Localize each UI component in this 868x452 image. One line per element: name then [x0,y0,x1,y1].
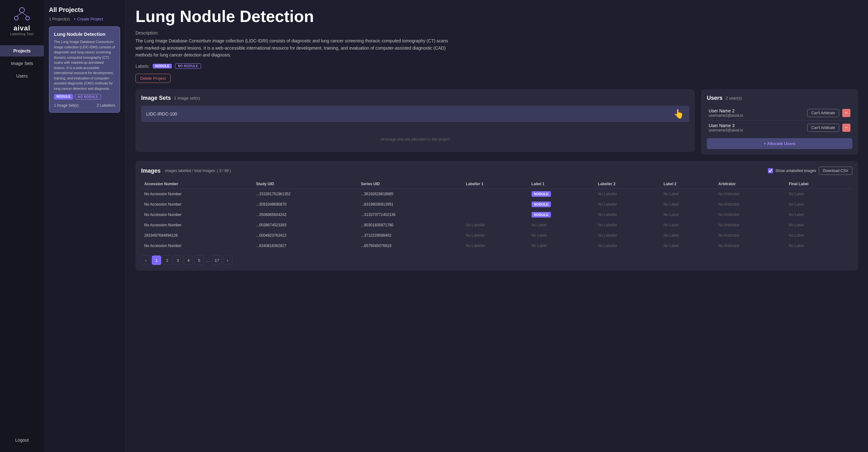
delete-project-button[interactable]: Delete Project [135,74,170,83]
cell-final-label: No Label [785,230,852,241]
label-badge-nodule: NODULE [54,94,73,100]
cell-accession: No Accession Number [141,241,253,251]
cell-label2: No Label [660,230,715,241]
table-row: No Accession Number ...153281751961352 .… [141,189,852,199]
cell-label2: No Label [660,241,715,251]
table-header: Accession Number Study UID Series UID La… [141,179,852,189]
cell-labeller2: No Labeller [595,210,660,220]
project-card-title: Lung Nodule Detection [54,31,115,37]
sidebar-item-projects[interactable]: Projects [0,45,44,57]
cell-final-label: No Label [785,241,852,251]
cell-labeller1: No Labeller [463,241,528,251]
pagination-next[interactable]: › [223,255,232,265]
page-title: Lung Nodule Detection [135,7,858,25]
detail-label-no-nodule: NO NODULE [175,63,201,69]
pagination-page-5[interactable]: 5 [194,255,204,265]
cell-series-uid: ...313373771452136 [358,210,463,220]
cell-arbitrator: No Arbitrator [715,210,786,220]
images-subtitle: images labelled / total Images: ( 3 / 99… [165,169,231,173]
users-header: Users 2 user(s) [707,95,852,102]
images-title: Images [141,168,160,174]
panels-row: Image Sets 1 image set(s) LIDC-IRDC-100 … [135,89,858,155]
sidebar-item-image-sets[interactable]: Image Sets [0,58,44,69]
project-card-labellers: 2 Labellers [97,103,115,108]
cell-labeller2: No Labeller [595,199,660,210]
remove-user-button-0[interactable]: − [842,109,850,117]
sidebar-nav: Projects Image Sets Users [0,45,44,82]
user-name-1: User Name 3 [709,123,804,128]
cant-arbitrate-button-0[interactable]: Can't Arbitrate [807,109,839,117]
labels-label: Labels: [135,64,150,69]
image-set-name: LIDC-IRDC-100 [146,111,177,116]
labels-row: Labels: NODULE NO NODULE [135,63,858,69]
cell-series-uid: ...3712229588402 [358,230,463,241]
download-csv-button[interactable]: Download CSV [819,167,852,175]
col-label2: Label 2 [660,179,715,189]
cell-labeller1 [463,189,528,199]
cell-final-label: No Label [785,210,852,220]
cell-label1: NODULE [528,189,595,199]
pagination-page-4[interactable]: 4 [184,255,193,265]
cell-labeller1: No Labeller [463,230,528,241]
cell-label1: NODULE [528,199,595,210]
cell-study-uid: ...6340818362827 [253,241,358,251]
cell-arbitrator: No Arbitrator [715,189,786,199]
cell-series-uid: ...36192628818865 [358,189,463,199]
users-panel: Users 2 user(s) User Name 2 username2@ai… [701,89,858,155]
user-info-1: User Name 3 username3@aival.io [709,123,804,133]
project-card-footer: 1 Image Set(s) 2 Labellers [54,103,115,108]
images-table: Accession Number Study UID Series UID La… [141,179,852,251]
table-row: No Accession Number ...0038674523383 ...… [141,220,852,230]
label-value: No Label [531,233,547,237]
cell-study-uid: ...3506865604242 [253,210,358,220]
svg-line-4 [22,12,28,16]
create-project-button[interactable]: + Create Project [73,17,103,21]
image-sets-header: Image Sets 1 image set(s) [141,95,689,102]
cursor-icon: 👆 [673,110,684,118]
image-set-item[interactable]: LIDC-IRDC-100 👆 [141,106,689,122]
show-unlabelled-checkbox[interactable] [768,168,773,173]
allocate-users-button[interactable]: + Allocate Users [707,138,852,149]
col-study-uid: Study UID [253,179,358,189]
col-label1: Label 1 [528,179,595,189]
svg-point-2 [26,16,29,20]
col-final-label: Final Label [785,179,852,189]
table-row: No Accession Number ...3506865604242 ...… [141,210,852,220]
cell-study-uid: ...0004923763412 [253,230,358,241]
cell-arbitrator: No Arbitrator [715,220,786,230]
logout-button[interactable]: Logout [10,434,34,446]
show-unlabelled-label: Show unlabelled images [775,169,816,173]
project-card-image-sets: 1 Image Set(s) [54,103,79,108]
projects-panel: All Projects 1 Project(s) + Create Proje… [44,0,125,452]
pagination-prev[interactable]: ‹ [141,255,151,265]
label-badge: NODULE [531,201,551,207]
pagination-page-17[interactable]: 17 [212,255,222,265]
label-badge: NODULE [531,191,551,197]
cell-arbitrator: No Arbitrator [715,241,786,251]
images-panel-header: Images images labelled / total Images: (… [141,167,852,175]
cant-arbitrate-button-1[interactable]: Can't Arbitrate [807,124,839,132]
table-row: No Accession Number ...3091048690870 ...… [141,199,852,210]
cell-label1: No Label [528,230,595,241]
user-row-1: User Name 3 username3@aival.io Can't Arb… [707,120,852,135]
logo: aival Labelling Tool [10,6,34,36]
sidebar-item-users[interactable]: Users [0,70,44,82]
pagination-page-2[interactable]: 2 [162,255,172,265]
logo-sub: Labelling Tool [10,32,34,36]
cell-labeller2: No Labeller [595,230,660,241]
cell-study-uid: ...3091048690870 [253,199,358,210]
cell-label1: No Label [528,220,595,230]
cell-series-uid: ...6575045076919 [358,241,463,251]
remove-user-button-1[interactable]: − [842,124,850,132]
cell-series-uid: ...90301835871780 [358,220,463,230]
users-count: 2 user(s) [725,96,742,101]
project-card[interactable]: Lung Nodule Detection The Lung Image Dat… [49,26,120,113]
svg-line-3 [16,12,22,16]
col-arbitrator: Arbitrator [715,179,786,189]
pagination-page-3[interactable]: 3 [173,255,183,265]
logo-text: aival [10,24,34,32]
cell-accession: No Accession Number [141,199,253,210]
col-labeller1: Labeller 1 [463,179,528,189]
cell-accession: No Accession Number [141,220,253,230]
pagination-page-1[interactable]: 1 [152,255,161,265]
